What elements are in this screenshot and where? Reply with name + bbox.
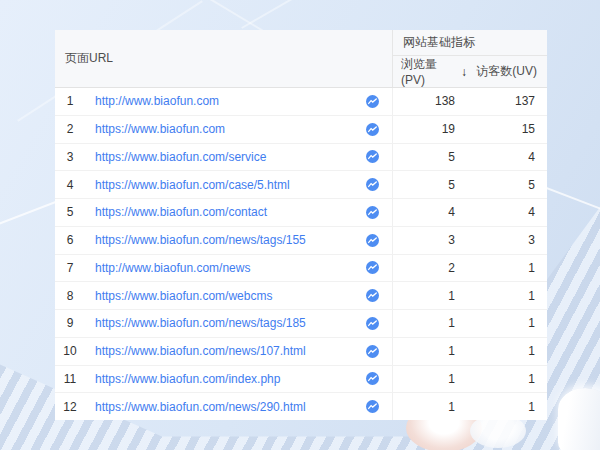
page-url-link[interactable]: https://www.biaofun.com/service [95, 150, 266, 164]
page-url-link[interactable]: https://www.biaofun.com [95, 122, 225, 136]
trend-button[interactable] [360, 372, 392, 385]
page-url-link[interactable]: https://www.biaofun.com/news/290.html [95, 400, 306, 414]
row-index: 8 [55, 289, 85, 303]
row-index: 3 [55, 150, 85, 164]
url-cell-group: 10 https://www.biaofun.com/news/107.html [55, 338, 393, 365]
row-index: 4 [55, 178, 85, 192]
uv-value: 1 [467, 310, 547, 337]
pv-value: 5 [393, 144, 467, 171]
url-cell-group: 12 https://www.biaofun.com/news/290.html [55, 393, 393, 420]
trend-button[interactable] [360, 150, 392, 163]
page-url-cell: http://www.biaofun.com/news [85, 261, 360, 275]
metrics-group-header: 网站基础指标 [393, 30, 547, 56]
pv-value: 1 [393, 393, 467, 420]
pv-value: 1 [393, 310, 467, 337]
url-cell-group: 5 https://www.biaofun.com/contact [55, 199, 393, 226]
url-cell-group: 3 https://www.biaofun.com/service [55, 144, 393, 171]
table-body: 1 http://www.biaofun.com 138 137 2 https… [55, 88, 547, 420]
page-url-link[interactable]: http://www.biaofun.com [95, 94, 219, 108]
page-url-link[interactable]: https://www.biaofun.com/index.php [95, 372, 280, 386]
column-header-uv[interactable]: 访客数(UV) [467, 63, 547, 80]
url-cell-group: 1 http://www.biaofun.com [55, 88, 393, 115]
table-row: 4 https://www.biaofun.com/case/5.html 5 … [55, 171, 547, 199]
uv-value: 1 [467, 255, 547, 282]
pv-value: 4 [393, 199, 467, 226]
row-index: 11 [55, 372, 85, 386]
trend-button[interactable] [360, 178, 392, 191]
uv-value: 1 [467, 393, 547, 420]
trend-button[interactable] [360, 206, 392, 219]
page-url-link[interactable]: https://www.biaofun.com/contact [95, 205, 267, 219]
uv-value: 1 [467, 338, 547, 365]
url-cell-group: 8 https://www.biaofun.com/webcms [55, 282, 393, 309]
pv-value: 5 [393, 171, 467, 198]
uv-value: 4 [467, 199, 547, 226]
column-header-pv[interactable]: 浏览量(PV) ↓ [393, 56, 467, 87]
trend-button[interactable] [360, 95, 392, 108]
trend-chart-icon [366, 317, 379, 330]
page-url-cell: https://www.biaofun.com/news/290.html [85, 400, 360, 414]
trend-button[interactable] [360, 123, 392, 136]
trend-chart-icon [366, 372, 379, 385]
trend-chart-icon [366, 289, 379, 302]
uv-value: 137 [467, 88, 547, 115]
table-row: 6 https://www.biaofun.com/news/tags/155 … [55, 227, 547, 255]
trend-button[interactable] [360, 317, 392, 330]
row-index: 6 [55, 233, 85, 247]
page-url-cell: https://www.biaofun.com/news/tags/185 [85, 316, 360, 330]
page-url-link[interactable]: https://www.biaofun.com/case/5.html [95, 178, 290, 192]
page-url-cell: https://www.biaofun.com/news/tags/155 [85, 233, 360, 247]
trend-button[interactable] [360, 234, 392, 247]
page-url-cell: https://www.biaofun.com/index.php [85, 372, 360, 386]
page-url-cell: https://www.biaofun.com/webcms [85, 289, 360, 303]
url-cell-group: 6 https://www.biaofun.com/news/tags/155 [55, 227, 393, 254]
uv-value: 4 [467, 144, 547, 171]
pv-value: 1 [393, 366, 467, 393]
uv-value: 1 [467, 366, 547, 393]
row-index: 7 [55, 261, 85, 275]
page-url-link[interactable]: https://www.biaofun.com/news/107.html [95, 344, 306, 358]
url-cell-group: 4 https://www.biaofun.com/case/5.html [55, 171, 393, 198]
trend-button[interactable] [360, 289, 392, 302]
trend-button[interactable] [360, 345, 392, 358]
uv-value: 3 [467, 227, 547, 254]
url-metrics-table: 页面URL 网站基础指标 浏览量(PV) ↓ 访客数(UV) 1 http://… [55, 30, 547, 420]
trend-chart-icon [366, 123, 379, 136]
page-url-cell: https://www.biaofun.com/news/107.html [85, 344, 360, 358]
pv-value: 1 [393, 338, 467, 365]
page-url-link[interactable]: https://www.biaofun.com/news/tags/185 [95, 316, 306, 330]
url-cell-group: 2 https://www.biaofun.com [55, 116, 393, 143]
table-header: 页面URL 网站基础指标 浏览量(PV) ↓ 访客数(UV) [55, 30, 547, 88]
uv-value: 5 [467, 171, 547, 198]
row-index: 9 [55, 316, 85, 330]
table-row: 7 http://www.biaofun.com/news 2 1 [55, 255, 547, 283]
cylinder-decoration [558, 388, 600, 450]
table-row: 1 http://www.biaofun.com 138 137 [55, 88, 547, 116]
pv-value: 1 [393, 282, 467, 309]
uv-value: 15 [467, 116, 547, 143]
url-cell-group: 7 http://www.biaofun.com/news [55, 255, 393, 282]
table-row: 5 https://www.biaofun.com/contact 4 4 [55, 199, 547, 227]
table-row: 8 https://www.biaofun.com/webcms 1 1 [55, 282, 547, 310]
page-url-cell: http://www.biaofun.com [85, 94, 360, 108]
trend-chart-icon [366, 95, 379, 108]
url-cell-group: 9 https://www.biaofun.com/news/tags/185 [55, 310, 393, 337]
pv-header-label: 浏览量(PV) [401, 56, 456, 87]
page-url-link[interactable]: https://www.biaofun.com/webcms [95, 289, 272, 303]
trend-chart-icon [366, 150, 379, 163]
metrics-header-section: 网站基础指标 浏览量(PV) ↓ 访客数(UV) [393, 30, 547, 87]
page-url-cell: https://www.biaofun.com/contact [85, 205, 360, 219]
page-url-link[interactable]: https://www.biaofun.com/news/tags/155 [95, 233, 306, 247]
page-url-cell: https://www.biaofun.com/case/5.html [85, 178, 360, 192]
table-row: 12 https://www.biaofun.com/news/290.html… [55, 393, 547, 420]
trend-button[interactable] [360, 400, 392, 413]
trend-button[interactable] [360, 261, 392, 274]
table-row: 9 https://www.biaofun.com/news/tags/185 … [55, 310, 547, 338]
page-background: { "table": { "header": { "url_column": "… [0, 0, 600, 450]
table-row: 11 https://www.biaofun.com/index.php 1 1 [55, 366, 547, 394]
pv-value: 3 [393, 227, 467, 254]
page-url-link[interactable]: http://www.biaofun.com/news [95, 261, 250, 275]
url-cell-group: 11 https://www.biaofun.com/index.php [55, 366, 393, 393]
row-index: 10 [55, 344, 85, 358]
row-index: 5 [55, 205, 85, 219]
